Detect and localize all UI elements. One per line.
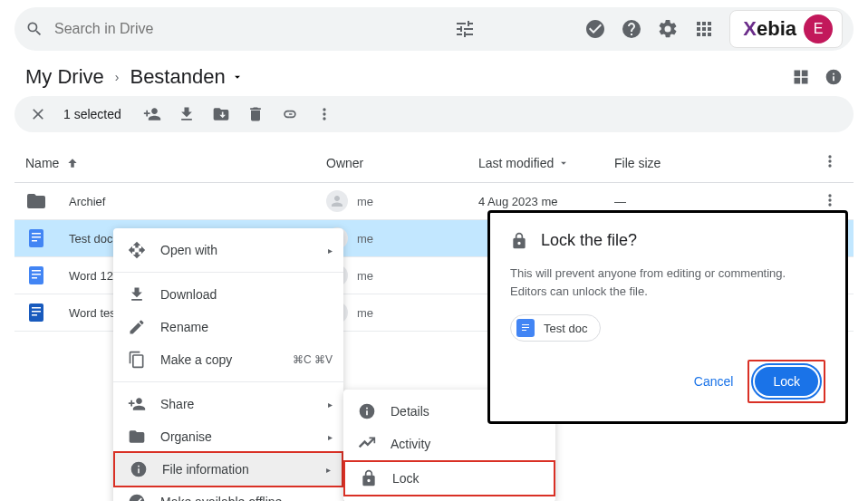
owner-label: me [357, 306, 373, 320]
cancel-button[interactable]: Cancel [683, 367, 745, 396]
search-bar: Xebia E [14, 7, 854, 51]
offline-ready-icon[interactable] [584, 18, 606, 40]
layout-toggle-icon[interactable] [792, 68, 810, 86]
file-name: Test doc [69, 232, 112, 246]
lock-icon [360, 469, 378, 487]
file-name: Archief [69, 195, 105, 208]
breadcrumb-current[interactable]: Bestanden [130, 65, 243, 89]
help-icon[interactable] [621, 18, 642, 40]
table-header: Name Owner Last modified File size [14, 143, 854, 183]
lock-file-dialog: Lock the file? This will prevent anyone … [487, 210, 848, 424]
search-options-icon[interactable] [454, 18, 476, 40]
chip-label: Test doc [544, 322, 587, 335]
view-details-icon[interactable] [825, 68, 843, 86]
breadcrumb-root[interactable]: My Drive [25, 65, 104, 89]
gdoc-icon [25, 227, 47, 249]
file-name: Word tes [69, 306, 116, 320]
menu-download[interactable]: Download [113, 278, 343, 311]
modified-label: 4 Aug 2023 me [478, 195, 614, 208]
submenu-arrow-icon: ▸ [328, 400, 333, 409]
gdoc-icon [25, 265, 47, 286]
sort-arrow-icon[interactable] [66, 157, 79, 169]
organise-icon [128, 428, 146, 446]
col-file-size[interactable]: File size [614, 156, 821, 170]
share-icon [128, 395, 146, 413]
apps-icon[interactable] [693, 18, 715, 40]
brand-name: Xebia [743, 17, 796, 41]
file-chip: Test doc [510, 314, 601, 342]
download-icon[interactable] [178, 105, 196, 123]
lock-icon [510, 232, 528, 250]
col-owner[interactable]: Owner [326, 156, 478, 170]
menu-rename[interactable]: Rename [113, 311, 343, 343]
menu-file-information[interactable]: File information▸ [113, 451, 343, 487]
info-icon [130, 460, 148, 478]
svg-rect-5 [522, 327, 529, 328]
menu-share[interactable]: Share▸ [113, 388, 343, 420]
dropdown-icon [231, 71, 244, 83]
open-with-icon [128, 241, 146, 259]
move-to-icon[interactable] [212, 105, 230, 123]
context-menu: Open with▸ Download Rename Make a copy⌘C… [113, 228, 343, 501]
clear-selection-icon[interactable] [29, 105, 47, 123]
menu-open-with[interactable]: Open with▸ [113, 234, 343, 266]
menu-available-offline[interactable]: Make available offline [113, 486, 343, 501]
col-last-modified[interactable]: Last modified [478, 156, 554, 170]
lock-button-highlight: Lock [747, 360, 825, 403]
owner-avatar-icon [326, 190, 348, 212]
menu-organise[interactable]: Organise▸ [113, 420, 343, 453]
selection-toolbar: 1 selected [14, 96, 854, 132]
lock-button[interactable]: Lock [755, 367, 818, 396]
submenu-arrow-icon: ▸ [328, 246, 333, 255]
gdoc-icon [516, 319, 535, 337]
shortcut-label: ⌘C ⌘V [293, 353, 333, 366]
submenu-arrow-icon: ▸ [326, 465, 331, 475]
search-icon [25, 20, 43, 38]
copy-icon [128, 351, 146, 369]
svg-rect-4 [522, 324, 529, 325]
activity-icon [358, 435, 376, 453]
settings-icon[interactable] [657, 18, 679, 40]
word-icon [25, 302, 47, 323]
size-label: — [614, 195, 821, 208]
col-name[interactable]: Name [25, 156, 59, 170]
dialog-body: This will prevent anyone from editing or… [510, 265, 825, 300]
account-avatar[interactable]: E [804, 14, 833, 43]
dropdown-icon [557, 157, 570, 169]
dialog-title: Lock the file? [541, 231, 637, 250]
table-options-icon[interactable] [821, 152, 839, 170]
svg-rect-6 [522, 330, 526, 331]
more-actions-icon[interactable] [315, 105, 333, 123]
submenu-lock[interactable]: Lock [343, 460, 555, 496]
owner-label: me [357, 195, 373, 208]
share-icon[interactable] [143, 105, 161, 123]
info-icon [358, 402, 376, 420]
trash-icon[interactable] [246, 105, 265, 123]
menu-make-copy[interactable]: Make a copy⌘C ⌘V [113, 343, 343, 376]
get-link-icon[interactable] [281, 105, 299, 123]
owner-label: me [357, 232, 373, 246]
chevron-right-icon: › [115, 70, 120, 84]
brand-box: Xebia E [729, 10, 843, 48]
row-more-icon[interactable] [821, 191, 839, 209]
owner-label: me [357, 269, 373, 283]
file-name: Word 123 [69, 269, 120, 283]
submenu-arrow-icon: ▸ [328, 432, 333, 442]
download-icon [128, 285, 146, 303]
search-input[interactable] [54, 21, 454, 37]
offline-icon [128, 493, 146, 501]
submenu-activity[interactable]: Activity [343, 428, 555, 460]
rename-icon [128, 318, 146, 336]
breadcrumb: My Drive › Bestanden [0, 51, 868, 96]
folder-icon [25, 190, 47, 212]
selection-count: 1 selected [63, 107, 121, 121]
